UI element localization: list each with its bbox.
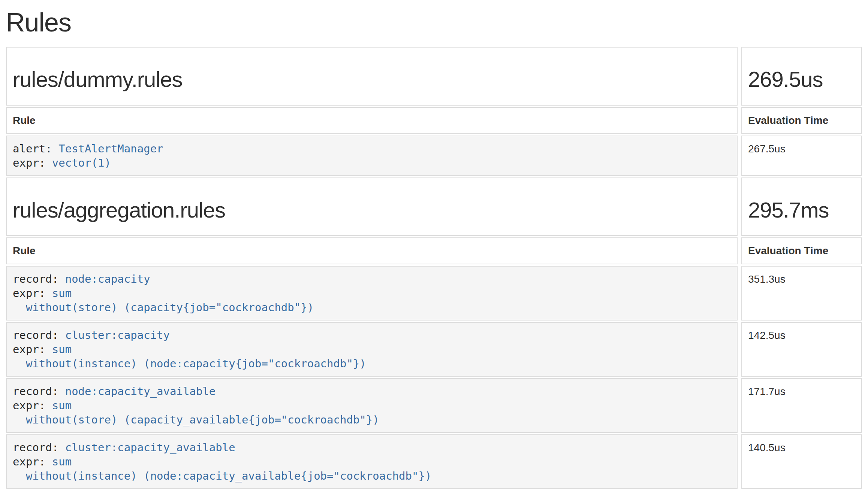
group-name-cell: rules/aggregation.rules	[6, 177, 738, 236]
rule-code-text: expr:	[13, 455, 52, 468]
rule-code-line: without(instance) (node:capacity_availab…	[13, 469, 731, 483]
rule-code-cell: alert: TestAlertManagerexpr: vector(1)	[6, 136, 738, 176]
rule-code-text	[13, 470, 26, 482]
column-header-row: Rule Evaluation Time	[6, 107, 862, 134]
rule-code-text: expr:	[13, 157, 52, 169]
rule-expression-link[interactable]: cluster:capacity	[65, 329, 170, 341]
rule-code-cell: record: cluster:capacity_availableexpr: …	[6, 434, 738, 489]
rule-code-text: alert:	[13, 142, 58, 155]
rule-expression-link[interactable]: node:capacity	[65, 273, 150, 285]
rule-evaluation-time: 351.3us	[741, 266, 862, 321]
rule-code-text: record:	[13, 385, 65, 398]
rule-row: record: node:capacityexpr: sum without(s…	[6, 266, 862, 321]
rule-row: record: node:capacity_availableexpr: sum…	[6, 378, 862, 433]
rule-code-line: record: cluster:capacity_available	[13, 440, 731, 455]
rule-expression-link[interactable]: TestAlertManager	[58, 142, 163, 155]
rule-expression-link[interactable]: vector(1)	[52, 157, 111, 169]
rule-code-text	[13, 413, 26, 426]
group-file-name: rules/aggregation.rules	[13, 198, 731, 223]
rule-code-line: alert: TestAlertManager	[13, 142, 731, 156]
group-header-row: rules/aggregation.rules 295.7ms	[6, 177, 862, 236]
rule-code-text: expr:	[13, 287, 52, 300]
page-title: Rules	[6, 8, 862, 37]
rules-table: rules/dummy.rules 269.5us Rule Evaluatio…	[2, 45, 866, 491]
rule-evaluation-time: 142.5us	[741, 322, 862, 377]
rule-code-line: expr: sum	[13, 286, 731, 300]
rule-code-cell: record: node:capacityexpr: sum without(s…	[6, 266, 738, 321]
rule-evaluation-time: 267.5us	[741, 136, 862, 176]
rule-code-line: expr: sum	[13, 398, 731, 413]
rule-code-text: expr:	[13, 399, 52, 412]
rule-expression-link[interactable]: without(store) (capacity{job="cockroachd…	[26, 301, 314, 314]
rule-code-line: without(store) (capacity_available{job="…	[13, 413, 731, 427]
rule-code-line: expr: vector(1)	[13, 156, 731, 170]
rule-row: record: cluster:capacityexpr: sum withou…	[6, 322, 862, 377]
rule-expression-link[interactable]: sum	[52, 455, 72, 468]
group-evaluation-time: 269.5us	[748, 67, 855, 92]
rule-code-text	[13, 301, 26, 314]
rule-code-text: record:	[13, 441, 65, 454]
rule-expression-link[interactable]: cluster:capacity_available	[65, 441, 235, 454]
rule-code-line: expr: sum	[13, 455, 731, 469]
group-header-row: rules/dummy.rules 269.5us	[6, 47, 862, 106]
group-file-name: rules/dummy.rules	[13, 67, 731, 92]
group-name-cell: rules/dummy.rules	[6, 47, 738, 106]
rule-expression-link[interactable]: without(instance) (node:capacity_availab…	[26, 470, 432, 482]
rule-code-text: expr:	[13, 343, 52, 356]
column-header-row: Rule Evaluation Time	[6, 237, 862, 264]
rule-code-cell: record: node:capacity_availableexpr: sum…	[6, 378, 738, 433]
group-eval-cell: 269.5us	[741, 47, 862, 106]
rule-row: record: cluster:capacity_availableexpr: …	[6, 434, 862, 489]
rule-expression-link[interactable]: without(instance) (node:capacity{job="co…	[26, 357, 366, 370]
rule-code-text	[13, 357, 26, 370]
rule-expression-link[interactable]: sum	[52, 287, 72, 300]
rule-expression-link[interactable]: sum	[52, 399, 72, 412]
rule-column-header: Rule	[6, 237, 738, 264]
rule-evaluation-time: 171.7us	[741, 378, 862, 433]
rule-code-line: record: node:capacity_available	[13, 384, 731, 398]
eval-time-column-header: Evaluation Time	[741, 237, 862, 264]
rule-evaluation-time: 140.5us	[741, 434, 862, 489]
group-eval-cell: 295.7ms	[741, 177, 862, 236]
rule-code-line: record: node:capacity	[13, 272, 731, 286]
rule-code-line: without(instance) (node:capacity{job="co…	[13, 356, 731, 371]
rule-code-cell: record: cluster:capacityexpr: sum withou…	[6, 322, 738, 377]
rule-code-text: record:	[13, 273, 65, 285]
rule-code-text: record:	[13, 329, 65, 341]
eval-time-column-header: Evaluation Time	[741, 107, 862, 134]
rule-expression-link[interactable]: without(store) (capacity_available{job="…	[26, 413, 379, 426]
rule-row: alert: TestAlertManagerexpr: vector(1)26…	[6, 136, 862, 176]
rule-code-line: expr: sum	[13, 342, 731, 356]
rules-table-body: rules/dummy.rules 269.5us Rule Evaluatio…	[6, 47, 862, 489]
rule-code-line: record: cluster:capacity	[13, 328, 731, 342]
rule-column-header: Rule	[6, 107, 738, 134]
rule-expression-link[interactable]: node:capacity_available	[65, 385, 216, 398]
group-evaluation-time: 295.7ms	[748, 198, 855, 223]
rule-code-line: without(store) (capacity{job="cockroachd…	[13, 300, 731, 315]
rule-expression-link[interactable]: sum	[52, 343, 72, 356]
